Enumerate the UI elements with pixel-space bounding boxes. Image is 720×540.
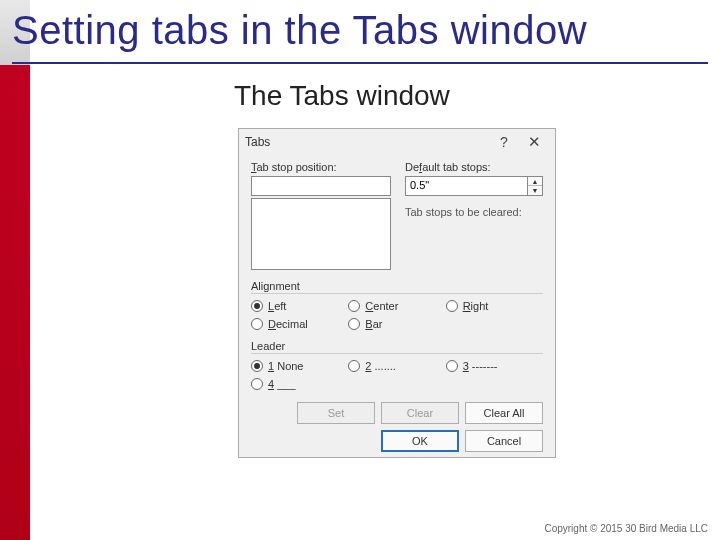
leader-none-radio[interactable]: 1 None — [251, 360, 348, 372]
alignment-section-label: Alignment — [251, 280, 543, 292]
close-button[interactable]: ✕ — [519, 129, 549, 155]
default-tab-stops-label: Default tab stops: — [405, 161, 543, 173]
spin-up-icon[interactable]: ▲ — [528, 177, 542, 186]
dialog-titlebar: Tabs ? ✕ — [239, 129, 555, 155]
alignment-right-radio[interactable]: Right — [446, 300, 543, 312]
copyright-text: Copyright © 2015 30 Bird Media LLC — [544, 523, 708, 534]
dialog-title: Tabs — [245, 135, 489, 149]
alignment-left-radio[interactable]: Left — [251, 300, 348, 312]
spin-down-icon[interactable]: ▼ — [528, 186, 542, 195]
tab-stop-position-label: Tab stop position: — [251, 161, 391, 173]
tab-stop-listbox[interactable] — [251, 198, 391, 270]
leader-underscore-radio[interactable]: 4 ___ — [251, 378, 348, 390]
slide-title: Setting tabs in the Tabs window — [12, 8, 708, 53]
tab-stop-position-input[interactable] — [251, 176, 391, 196]
title-band: Setting tabs in the Tabs window — [12, 8, 708, 53]
clear-button[interactable]: Clear — [381, 402, 459, 424]
spinner-buttons[interactable]: ▲ ▼ — [528, 176, 543, 196]
leader-section-label: Leader — [251, 340, 543, 352]
dialog-action-row: OK Cancel — [251, 430, 543, 452]
slide-subtitle: The Tabs window — [234, 80, 450, 112]
alignment-divider — [251, 293, 543, 294]
alignment-decimal-radio[interactable]: Decimal — [251, 318, 348, 330]
clear-all-button[interactable]: Clear All — [465, 402, 543, 424]
default-tab-stops-spinner[interactable]: 0.5" ▲ ▼ — [405, 176, 543, 196]
alignment-center-radio[interactable]: Center — [348, 300, 445, 312]
alignment-bar-radio[interactable]: Bar — [348, 318, 445, 330]
ok-button[interactable]: OK — [381, 430, 459, 452]
tabs-dialog: Tabs ? ✕ Tab stop position: Default tab … — [238, 128, 556, 458]
leader-group: 1 None 2 ....... 3 ------- 4 ___ — [251, 360, 543, 390]
set-button[interactable]: Set — [297, 402, 375, 424]
side-accent — [0, 0, 30, 540]
leader-dots-radio[interactable]: 2 ....... — [348, 360, 445, 372]
leader-divider — [251, 353, 543, 354]
cancel-button[interactable]: Cancel — [465, 430, 543, 452]
leader-dashes-radio[interactable]: 3 ------- — [446, 360, 543, 372]
help-button[interactable]: ? — [489, 129, 519, 155]
tab-action-row: Set Clear Clear All — [251, 402, 543, 424]
title-rule — [12, 62, 708, 64]
default-tab-stops-input[interactable]: 0.5" — [405, 176, 528, 196]
clear-hint: Tab stops to be cleared: — [405, 206, 543, 218]
alignment-group: Left Center Right Decimal Bar — [251, 300, 543, 330]
